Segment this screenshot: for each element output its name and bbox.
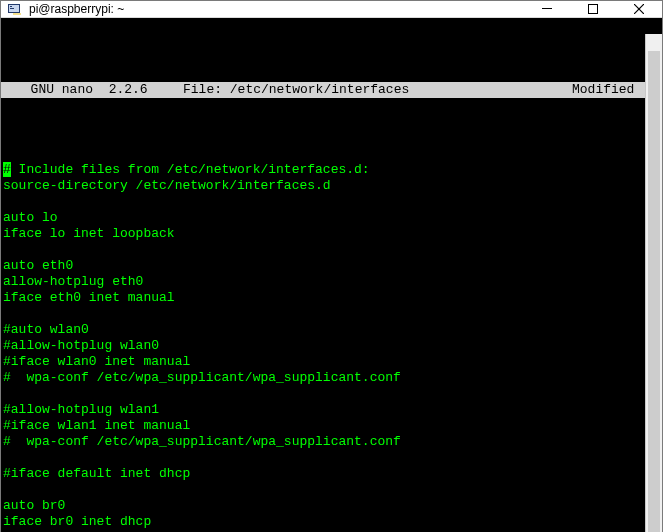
nano-header: GNU nano 2.2.6 File: /etc/network/interf… <box>1 82 662 98</box>
file-line: #allow-hotplug wlan1 <box>1 402 662 418</box>
titlebar[interactable]: pi@raspberrypi: ~ <box>1 1 662 18</box>
svg-rect-5 <box>542 8 552 9</box>
svg-rect-3 <box>10 6 12 7</box>
file-line <box>1 386 662 402</box>
window-title: pi@raspberrypi: ~ <box>29 2 524 16</box>
file-line: #allow-hotplug wlan0 <box>1 338 662 354</box>
nano-version: 2.2.6 <box>109 82 148 97</box>
svg-rect-2 <box>13 13 21 15</box>
maximize-button[interactable] <box>570 1 616 17</box>
scrollbar[interactable] <box>645 34 662 532</box>
minimize-icon <box>542 4 552 14</box>
file-line: allow-hotplug eth0 <box>1 274 662 290</box>
cursor: # <box>3 162 11 177</box>
file-line <box>1 306 662 322</box>
file-line: # wpa-conf /etc/wpa_supplicant/wpa_suppl… <box>1 370 662 386</box>
file-line <box>1 482 662 498</box>
putty-icon <box>7 1 23 17</box>
svg-rect-4 <box>10 8 14 9</box>
close-button[interactable] <box>616 1 662 17</box>
file-line: iface eth0 inet manual <box>1 290 662 306</box>
svg-rect-6 <box>589 5 598 14</box>
maximize-icon <box>588 4 598 14</box>
file-line: auto lo <box>1 210 662 226</box>
file-line: #iface wlan1 inet manual <box>1 418 662 434</box>
file-line: #auto wlan0 <box>1 322 662 338</box>
file-line: # Include files from /etc/network/interf… <box>1 162 662 178</box>
file-line: #iface wlan0 inet manual <box>1 354 662 370</box>
file-line: auto eth0 <box>1 258 662 274</box>
app-window: pi@raspberrypi: ~ GNU nano 2.2.6 File: /… <box>0 0 663 532</box>
file-line: iface lo inet loopback <box>1 226 662 242</box>
nano-app-name: GNU nano <box>31 82 93 97</box>
window-controls <box>524 1 662 17</box>
minimize-button[interactable] <box>524 1 570 17</box>
nano-file-label: File: /etc/network/interfaces <box>183 82 572 98</box>
file-line <box>1 242 662 258</box>
file-line: # wpa-conf /etc/wpa_supplicant/wpa_suppl… <box>1 434 662 450</box>
scroll-thumb[interactable] <box>648 51 660 532</box>
file-content: # Include files from /etc/network/interf… <box>1 162 662 532</box>
file-line <box>1 194 662 210</box>
file-line: auto br0 <box>1 498 662 514</box>
terminal[interactable]: GNU nano 2.2.6 File: /etc/network/interf… <box>1 18 662 532</box>
close-icon <box>634 4 644 14</box>
file-line: iface br0 inet dhcp <box>1 514 662 530</box>
file-line: #iface default inet dhcp <box>1 466 662 482</box>
file-line <box>1 450 662 466</box>
file-line: source-directory /etc/network/interfaces… <box>1 178 662 194</box>
